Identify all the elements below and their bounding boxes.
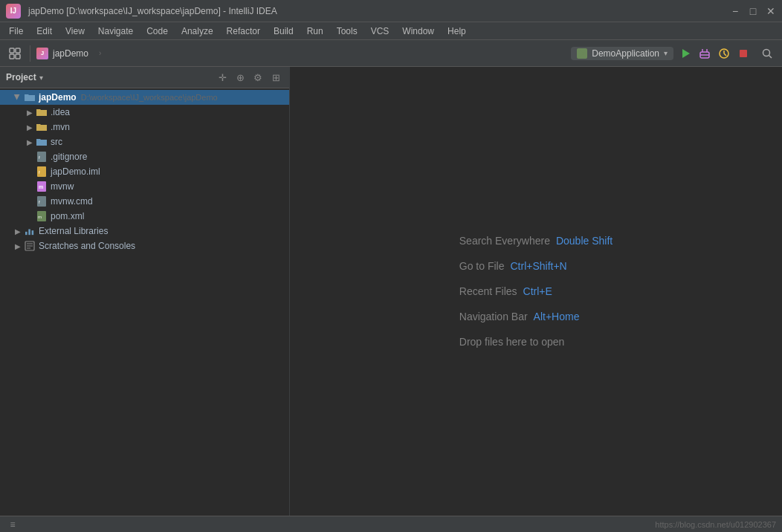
tree-item-mvn[interactable]: ▶ .mvn <box>0 120 289 134</box>
stop-button[interactable] <box>734 45 752 62</box>
hint-label-drop: Drop files here to open <box>459 336 565 348</box>
folder-icon-external-libs <box>24 225 36 237</box>
hint-label-search: Search Everywhere <box>459 235 550 247</box>
menu-file[interactable]: File <box>3 25 29 38</box>
breadcrumb-logo: J <box>36 48 48 59</box>
menu-tools[interactable]: Tools <box>331 25 363 38</box>
folder-icon-src <box>36 136 48 148</box>
svg-point-14 <box>763 49 770 56</box>
svg-rect-1 <box>16 48 20 53</box>
menu-run[interactable]: Run <box>301 25 329 38</box>
svg-rect-3 <box>16 54 20 59</box>
status-bar-left: ≡ <box>6 518 19 531</box>
toolbar-icon-1[interactable] <box>6 45 24 62</box>
tree-item-idea[interactable]: ▶ .idea <box>0 105 289 120</box>
hint-row-drop: Drop files here to open <box>459 336 613 348</box>
close-button[interactable]: ✕ <box>766 6 776 16</box>
tree-label-idea: .idea <box>51 107 70 117</box>
tree-item-iml[interactable]: f japDemo.iml <box>0 164 289 179</box>
debug-button[interactable] <box>696 45 714 62</box>
breadcrumb-label: japDemo <box>53 48 88 59</box>
hint-shortcut-search: Double Shift <box>556 235 613 247</box>
tree-item-pomxml[interactable]: m pom.xml <box>0 209 289 224</box>
run-button[interactable] <box>676 45 694 62</box>
menu-help[interactable]: Help <box>442 25 472 38</box>
svg-rect-26 <box>25 232 28 235</box>
project-tree: ▶ japDemo D:\workspace\IJ_workspace\japD… <box>0 88 289 516</box>
hint-shortcut-goto: Ctrl+Shift+N <box>510 260 566 272</box>
menu-window[interactable]: Window <box>396 25 440 38</box>
hint-row-goto: Go to File Ctrl+Shift+N <box>459 260 613 272</box>
tree-label-pomxml: pom.xml <box>51 211 84 221</box>
run-config-dropdown-arrow: ▾ <box>664 49 668 57</box>
svg-rect-13 <box>740 50 747 57</box>
title-bar: IJ japDemo [D:\workspace\IJ_workspace\ja… <box>0 0 782 22</box>
tree-item-external-libs[interactable]: ▶ External Libraries <box>0 224 289 239</box>
tree-arrow-idea[interactable]: ▶ <box>24 106 36 118</box>
menu-vcs[interactable]: VCS <box>365 25 395 38</box>
sidebar-scroll-btn[interactable]: ⊕ <box>233 70 248 85</box>
status-menu-icon[interactable]: ≡ <box>6 518 19 531</box>
search-everywhere-icon[interactable] <box>758 45 776 62</box>
tree-arrow-root[interactable]: ▶ <box>12 91 24 103</box>
minimize-button[interactable]: − <box>730 6 740 16</box>
hint-shortcut-recent: Ctrl+E <box>523 285 552 297</box>
tree-item-src[interactable]: ▶ src <box>0 134 289 149</box>
menu-view[interactable]: View <box>59 25 91 38</box>
breadcrumb-arrow: › <box>99 49 101 57</box>
hint-shortcut-navbar: Alt+Home <box>534 311 580 322</box>
folder-icon-root <box>24 91 36 103</box>
sidebar-settings-btn[interactable]: ⚙ <box>251 70 265 85</box>
tree-arrow-mvn[interactable]: ▶ <box>24 121 36 133</box>
tree-label-mvnw: mvnw <box>51 181 74 192</box>
svg-text:m: m <box>39 184 43 189</box>
tree-label-mvn: .mvn <box>51 122 70 132</box>
maximize-button[interactable]: □ <box>748 6 758 16</box>
svg-marker-4 <box>580 51 584 56</box>
file-icon-iml: f <box>36 166 48 178</box>
hint-row-recent: Recent Files Ctrl+E <box>459 285 613 297</box>
menu-refactor[interactable]: Refactor <box>221 25 266 38</box>
tree-label-iml: japDemo.iml <box>51 166 100 177</box>
sidebar-layout-btn[interactable]: ⊞ <box>268 70 283 85</box>
sidebar-header: Project ▾ ✛ ⊕ ⚙ ⊞ <box>0 67 289 88</box>
hint-row-navbar: Navigation Bar Alt+Home <box>459 311 613 322</box>
tree-item-mvnw[interactable]: m mvnw <box>0 179 289 194</box>
tree-item-gitignore[interactable]: f .gitignore <box>0 149 289 164</box>
tree-arrow-src[interactable]: ▶ <box>24 136 36 148</box>
run-buttons <box>676 45 752 62</box>
file-icon-pomxml: m <box>36 210 48 222</box>
menu-edit[interactable]: Edit <box>30 25 58 38</box>
hint-row-search: Search Everywhere Double Shift <box>459 235 613 247</box>
menu-code[interactable]: Code <box>140 25 174 38</box>
svg-line-12 <box>724 53 726 56</box>
tree-arrow-scratches[interactable]: ▶ <box>12 240 24 252</box>
menu-build[interactable]: Build <box>268 25 300 38</box>
title-bar-left: IJ japDemo [D:\workspace\IJ_workspace\ja… <box>6 4 277 19</box>
svg-line-15 <box>769 55 772 58</box>
svg-rect-27 <box>28 229 30 235</box>
editor-hints: Search Everywhere Double Shift Go to Fil… <box>459 235 613 348</box>
tree-label-src: src <box>51 137 62 147</box>
tree-item-mvnwcmd[interactable]: f mvnw.cmd <box>0 194 289 209</box>
run-config-icon <box>577 48 587 59</box>
run-configuration[interactable]: DemoApplication ▾ <box>571 47 673 60</box>
file-icon-mvnwcmd: f <box>36 195 48 207</box>
tree-item-scratches[interactable]: ▶ Scratches and Consoles <box>0 239 289 253</box>
sidebar-dropdown-arrow[interactable]: ▾ <box>39 74 43 82</box>
tree-item-root[interactable]: ▶ japDemo D:\workspace\IJ_workspace\japD… <box>0 90 289 105</box>
editor-area: Search Everywhere Double Shift Go to Fil… <box>290 67 782 516</box>
sidebar-add-btn[interactable]: ✛ <box>215 70 230 85</box>
svg-rect-28 <box>32 230 34 235</box>
svg-rect-0 <box>10 48 14 53</box>
tree-arrow-external-libs[interactable]: ▶ <box>12 225 24 237</box>
hint-label-goto: Go to File <box>459 260 505 272</box>
tree-label-gitignore: .gitignore <box>51 152 87 162</box>
menu-navigate[interactable]: Navigate <box>92 25 139 38</box>
menu-analyze[interactable]: Analyze <box>175 25 219 38</box>
file-icon-gitignore: f <box>36 151 48 163</box>
status-bar: ≡ https://blog.csdn.net/u012902367 <box>0 516 782 532</box>
folder-icon-mvn <box>36 121 48 133</box>
profile-button[interactable] <box>715 45 733 62</box>
toolbar-separator-1 <box>30 45 30 62</box>
